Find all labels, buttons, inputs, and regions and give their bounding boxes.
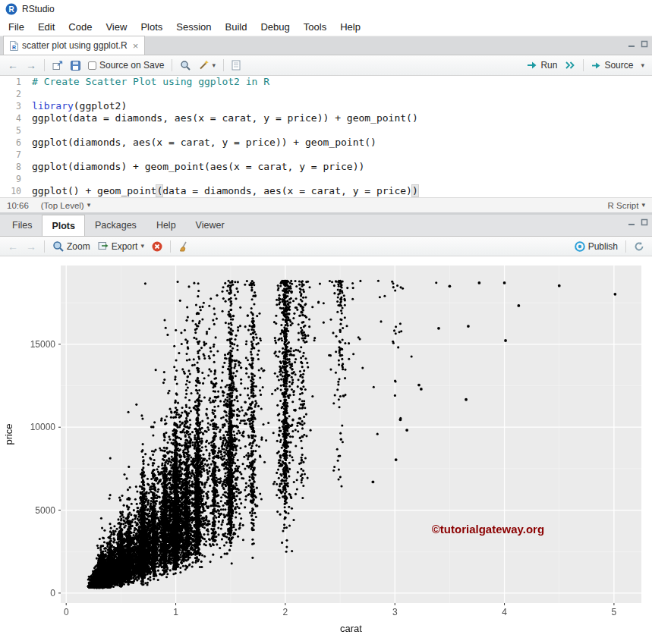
editor-tab[interactable]: R scatter plot using ggplot.R × bbox=[3, 36, 145, 55]
menu-debug[interactable]: Debug bbox=[254, 19, 296, 35]
tab-files[interactable]: Files bbox=[2, 215, 42, 236]
code-line-9[interactable]: 9 bbox=[0, 173, 652, 185]
export-icon bbox=[98, 241, 109, 251]
clear-all-plots-button[interactable] bbox=[175, 240, 192, 253]
code-line-1[interactable]: 1# Create Scatter Plot using ggplot2 in … bbox=[0, 76, 652, 88]
back-arrow-icon: ← bbox=[8, 60, 18, 71]
rerun-button[interactable] bbox=[562, 59, 578, 71]
code-line-6[interactable]: 6ggplot(diamonds, aes(x = carat, y = pri… bbox=[0, 137, 652, 149]
minimize-pane-button[interactable] bbox=[628, 40, 635, 48]
code-line-7[interactable]: 7 bbox=[0, 149, 652, 161]
source-on-save-checkbox[interactable]: Source on Save bbox=[85, 58, 167, 72]
line-number: 6 bbox=[0, 137, 32, 149]
r-file-icon: R bbox=[10, 41, 18, 51]
editor-tab-strip: R scatter plot using ggplot.R × bbox=[0, 36, 652, 55]
run-button[interactable]: Run bbox=[524, 58, 560, 72]
dropdown-caret-icon: ▾ bbox=[641, 202, 645, 209]
remove-plot-button[interactable] bbox=[149, 240, 165, 253]
tab-close-icon[interactable]: × bbox=[133, 40, 139, 52]
tab-plots[interactable]: Plots bbox=[42, 215, 85, 236]
svg-text:R: R bbox=[12, 44, 16, 49]
menu-code[interactable]: Code bbox=[61, 19, 99, 35]
line-number: 9 bbox=[0, 173, 32, 185]
code-line-4[interactable]: 4ggplot(data = diamonds, aes(x = carat, … bbox=[0, 112, 652, 124]
toolbar-separator bbox=[170, 240, 171, 253]
bottom-tabs: FilesPlotsPackagesHelpViewer bbox=[2, 215, 235, 236]
source-button[interactable]: Source bbox=[588, 58, 636, 72]
dropdown-caret-icon: ▾ bbox=[641, 62, 644, 69]
menu-tools[interactable]: Tools bbox=[297, 19, 333, 35]
cursor-position: 10:66 bbox=[7, 201, 29, 210]
dropdown-caret-icon: ▾ bbox=[140, 243, 144, 250]
menu-build[interactable]: Build bbox=[219, 19, 254, 35]
scope-label: (Top Level) bbox=[41, 201, 84, 210]
line-number: 7 bbox=[0, 149, 32, 161]
scatter-plot-canvas bbox=[0, 256, 652, 644]
line-number: 1 bbox=[0, 76, 32, 88]
zoom-magnifier-icon bbox=[52, 240, 64, 252]
export-label: Export bbox=[112, 241, 138, 252]
source-on-save-label: Source on Save bbox=[99, 60, 164, 71]
source-menu-button[interactable]: ▾ bbox=[638, 61, 647, 71]
rstudio-logo-icon: R bbox=[5, 3, 17, 15]
menu-file[interactable]: File bbox=[2, 19, 31, 35]
code-line-5[interactable]: 5 bbox=[0, 124, 652, 137]
svg-text:R: R bbox=[8, 5, 14, 14]
dropdown-caret-icon: ▾ bbox=[212, 62, 216, 69]
notebook-icon bbox=[232, 60, 241, 71]
checkbox-icon bbox=[88, 61, 96, 70]
save-icon bbox=[71, 61, 80, 71]
zoom-button[interactable]: Zoom bbox=[49, 239, 93, 253]
menu-edit[interactable]: Edit bbox=[31, 19, 61, 35]
toolbar-separator bbox=[223, 59, 224, 71]
plots-toolbar-right: Publish bbox=[572, 240, 647, 253]
tab-viewer[interactable]: Viewer bbox=[186, 215, 235, 236]
line-number: 4 bbox=[0, 112, 32, 124]
menu-bar: FileEditCodeViewPlotsSessionBuildDebugTo… bbox=[0, 18, 652, 36]
save-button[interactable] bbox=[68, 59, 83, 72]
tab-help[interactable]: Help bbox=[146, 215, 186, 236]
menu-session[interactable]: Session bbox=[169, 19, 218, 35]
file-type-selector[interactable]: R Script ▾ bbox=[608, 201, 645, 210]
maximize-pane-button[interactable] bbox=[641, 218, 648, 226]
dropdown-caret-icon: ▾ bbox=[87, 202, 91, 209]
magic-wand-icon bbox=[198, 60, 209, 71]
scope-selector[interactable]: (Top Level) ▾ bbox=[41, 201, 90, 210]
maximize-pane-button[interactable] bbox=[641, 40, 648, 48]
magnifier-icon bbox=[180, 60, 191, 71]
line-number: 10 bbox=[0, 185, 32, 197]
menu-help[interactable]: Help bbox=[333, 19, 367, 35]
publish-label: Publish bbox=[588, 241, 618, 252]
open-in-new-window-button[interactable] bbox=[49, 59, 66, 72]
tab-packages[interactable]: Packages bbox=[85, 215, 146, 236]
previous-plot-button[interactable]: ← bbox=[5, 240, 21, 253]
menu-plots[interactable]: Plots bbox=[134, 19, 169, 35]
line-number: 5 bbox=[0, 124, 32, 137]
title-bar: R RStudio bbox=[0, 0, 652, 18]
editor-toolbar: ← → Source on Save ▾ Run bbox=[0, 55, 652, 76]
nav-back-button[interactable]: ← bbox=[5, 58, 21, 72]
forward-arrow-icon: → bbox=[26, 60, 36, 71]
file-type-label: R Script bbox=[608, 201, 639, 210]
nav-forward-button[interactable]: → bbox=[23, 58, 39, 72]
run-label: Run bbox=[540, 60, 557, 71]
find-replace-button[interactable] bbox=[177, 58, 194, 72]
minimize-pane-button[interactable] bbox=[628, 218, 635, 226]
publish-button[interactable]: Publish bbox=[572, 240, 621, 253]
popout-icon bbox=[52, 61, 63, 71]
code-line-8[interactable]: 8ggplot(diamonds) + geom_point(aes(x = c… bbox=[0, 161, 652, 173]
code-line-3[interactable]: 3library(ggplot2) bbox=[0, 100, 652, 112]
next-plot-button[interactable]: → bbox=[23, 240, 39, 253]
code-tools-button[interactable]: ▾ bbox=[195, 58, 219, 72]
code-editor[interactable]: 1# Create Scatter Plot using ggplot2 in … bbox=[0, 76, 652, 197]
code-line-2[interactable]: 2 bbox=[0, 88, 652, 100]
refresh-plot-button[interactable] bbox=[631, 240, 647, 253]
remove-plot-icon bbox=[152, 241, 162, 252]
menu-view[interactable]: View bbox=[99, 19, 134, 35]
plots-toolbar: ← → Zoom Export ▾ Publish bbox=[0, 237, 652, 256]
rerun-icon bbox=[565, 61, 575, 70]
code-line-10[interactable]: 10ggplot() + geom_point(data = diamonds,… bbox=[0, 185, 652, 197]
run-icon bbox=[527, 61, 537, 70]
export-button[interactable]: Export ▾ bbox=[95, 240, 147, 253]
compile-report-button[interactable] bbox=[228, 58, 244, 72]
